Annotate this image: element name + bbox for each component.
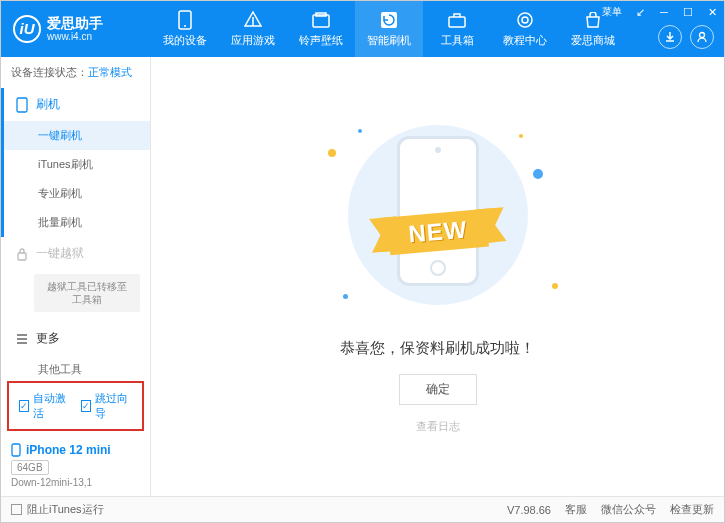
device-firmware: Down-12mini-13,1 [11,477,140,488]
phone-icon [11,443,21,457]
app-url: www.i4.cn [47,31,103,43]
menu-section-jailbreak: 一键越狱 越狱工具已转移至 工具箱 [1,237,150,312]
svg-point-6 [518,13,532,27]
refresh-icon [379,10,399,30]
nav-label: 铃声壁纸 [299,33,343,48]
folder-icon [311,10,331,30]
nav-smart-flash[interactable]: 智能刷机 [355,1,423,57]
phone-icon [16,97,28,113]
app-title: 爱思助手 [47,15,103,32]
main-nav: 我的设备 应用游戏 铃声壁纸 智能刷机 工具箱 教程中心 [151,1,627,57]
lock-icon [16,247,28,261]
main-content: NEW 恭喜您，保资料刷机成功啦！ 确定 查看日志 [151,57,724,496]
logo-area: iU 爱思助手 www.i4.cn [1,15,151,44]
nav-ringtone-wallpaper[interactable]: 铃声壁纸 [287,1,355,57]
svg-rect-2 [313,15,329,27]
nav-my-device[interactable]: 我的设备 [151,1,219,57]
device-connection-status: 设备连接状态：正常模式 [1,57,150,88]
nav-label: 工具箱 [441,33,474,48]
jailbreak-moved-note: 越狱工具已转移至 工具箱 [34,274,140,312]
svg-rect-10 [18,253,26,260]
menu-section-more: 更多 其他工具 下载固件 高级功能 [1,322,150,377]
tutorial-icon [515,10,535,30]
block-itunes-label: 阻止iTunes运行 [27,502,104,517]
sidebar-item-itunes-flash[interactable]: iTunes刷机 [4,150,150,179]
maximize-icon[interactable]: ☐ [676,1,700,23]
menu-icon [16,333,28,345]
apps-icon [243,10,263,30]
menu-header-more[interactable]: 更多 [4,322,150,355]
close-icon[interactable]: ✕ [700,1,724,23]
svg-rect-9 [17,98,27,112]
sidebar-item-pro-flash[interactable]: 专业刷机 [4,179,150,208]
checkbox-icon: ✓ [19,400,29,412]
check-update-link[interactable]: 检查更新 [670,502,714,517]
nav-label: 应用游戏 [231,33,275,48]
view-log-link[interactable]: 查看日志 [416,419,460,434]
svg-rect-11 [12,444,20,456]
wechat-link[interactable]: 微信公众号 [601,502,656,517]
sidebar-item-batch-flash[interactable]: 批量刷机 [4,208,150,237]
success-illustration: NEW [298,119,578,329]
svg-point-7 [522,17,528,23]
sidebar-item-oneclick-flash[interactable]: 一键刷机 [4,121,150,150]
minimize-icon[interactable]: ─ [652,1,676,23]
nav-tutorial[interactable]: 教程中心 [491,1,559,57]
connected-device-card[interactable]: iPhone 12 mini 64GB Down-12mini-13,1 [1,435,150,496]
app-header: iU 爱思助手 www.i4.cn 我的设备 应用游戏 铃声壁纸 智能刷机 [1,1,724,57]
sidebar-item-other-tools[interactable]: 其他工具 [4,355,150,377]
nav-label: 我的设备 [163,33,207,48]
menu-header-flash[interactable]: 刷机 [4,88,150,121]
account-button[interactable] [690,25,714,49]
support-link[interactable]: 客服 [565,502,587,517]
menu-header-jailbreak: 一键越狱 [4,237,150,270]
nav-toolbox[interactable]: 工具箱 [423,1,491,57]
svg-point-8 [700,33,705,38]
menu-button[interactable]: 菜单 [596,5,628,19]
pin-icon[interactable]: ↙ [628,1,652,23]
device-name: iPhone 12 mini [26,443,111,457]
checkbox-skip-guide[interactable]: ✓ 跳过向导 [81,391,133,421]
nav-apps-games[interactable]: 应用游戏 [219,1,287,57]
version-label: V7.98.66 [507,504,551,516]
sidebar: 设备连接状态：正常模式 刷机 一键刷机 iTunes刷机 专业刷机 批量刷机 [1,57,151,496]
checkbox-block-itunes[interactable] [11,504,22,515]
status-bar: 阻止iTunes运行 V7.98.66 客服 微信公众号 检查更新 [1,496,724,522]
window-controls: 菜单 ↙ ─ ☐ ✕ [596,1,724,23]
svg-rect-5 [449,17,465,27]
success-message: 恭喜您，保资料刷机成功啦！ [340,339,535,358]
phone-icon [175,10,195,30]
nav-label: 教程中心 [503,33,547,48]
download-button[interactable] [658,25,682,49]
device-storage-badge: 64GB [11,460,49,475]
toolbox-icon [447,10,467,30]
nav-label: 爱思商城 [571,33,615,48]
menu-section-flash: 刷机 一键刷机 iTunes刷机 专业刷机 批量刷机 [1,88,150,237]
nav-label: 智能刷机 [367,33,411,48]
checkbox-icon: ✓ [81,400,91,412]
logo-icon: iU [13,15,41,43]
checkbox-auto-activate[interactable]: ✓ 自动激活 [19,391,71,421]
options-highlight-box: ✓ 自动激活 ✓ 跳过向导 [7,381,144,431]
ok-button[interactable]: 确定 [399,374,477,405]
svg-point-1 [184,25,186,27]
